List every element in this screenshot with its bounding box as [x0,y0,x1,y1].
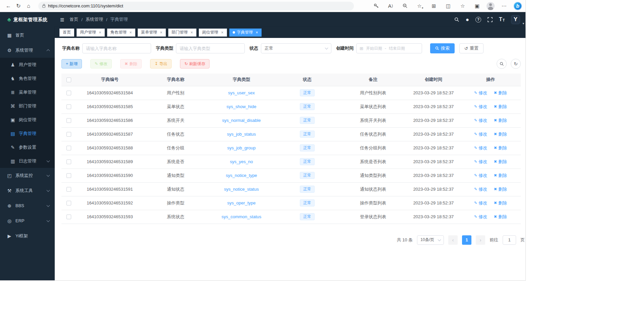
goto-page-input[interactable] [503,235,516,245]
reload-button[interactable]: ↻ [13,1,24,11]
close-icon[interactable]: × [98,30,102,35]
sidebar-item-erp[interactable]: ◎ ERP [0,213,55,228]
row-edit-link[interactable]: ✎修改 [474,145,487,151]
row-edit-link[interactable]: ✎修改 [474,90,487,96]
sidebar-item-system-monitor[interactable]: ◰ 系统监控 [0,168,55,183]
profile-avatar[interactable] [487,2,495,10]
sidebar-item-home[interactable]: ▦ 首页 [0,28,55,43]
dict-type-link[interactable]: sys_common_status [222,214,262,219]
hamburger-icon[interactable]: ≡ [60,16,64,23]
split-screen-icon[interactable]: ◫ [443,1,453,11]
dict-type-link[interactable]: sys_yes_no [230,159,253,164]
row-edit-link[interactable]: ✎修改 [474,104,487,110]
dict-type-link[interactable]: sys_user_sex [228,90,255,95]
row-edit-link[interactable]: ✎修改 [474,131,487,137]
dict-type-link[interactable]: sys_job_status [227,132,256,137]
row-delete-link[interactable]: ✖删除 [494,214,507,220]
copilot-icon[interactable]: b [513,2,522,10]
start-date-placeholder[interactable]: 开始日期 [366,46,382,51]
row-edit-link[interactable]: ✎修改 [474,173,487,179]
sidebar-item-system-tools[interactable]: ⚒ 系统工具 [0,183,55,198]
prev-page-button[interactable]: ‹ [448,235,458,245]
sidebar-item-user-manage[interactable]: ♟ 用户管理 [0,58,55,72]
dict-type-link[interactable]: sys_show_hide [227,104,257,109]
toggle-search-icon[interactable] [497,59,507,69]
tab-user-manage[interactable]: 用户管理× [77,29,105,37]
end-date-placeholder[interactable]: 结束日期 [389,46,405,51]
key-icon[interactable] [371,1,381,11]
favorites-icon[interactable]: ☆ [458,1,468,11]
address-bar[interactable]: https://ccnetcore.com:1101/system/dict [38,2,354,10]
favorite-add-icon[interactable]: ☆+ [414,1,424,11]
close-icon[interactable]: × [128,30,133,35]
row-delete-link[interactable]: ✖删除 [494,131,507,137]
breadcrumb-system[interactable]: 系统管理 [86,16,103,22]
dict-type-link[interactable]: sys_normal_disable [222,118,261,123]
row-checkbox[interactable] [66,104,71,109]
refresh-cache-button[interactable]: ↻刷新缓存 [180,59,210,68]
refresh-table-icon[interactable]: ↻ [511,59,521,69]
row-edit-link[interactable]: ✎修改 [474,159,487,165]
home-button[interactable]: ⌂ [24,1,34,11]
sidebar-item-bbs[interactable]: ⊕ BBS [0,198,55,213]
row-checkbox[interactable] [66,91,71,95]
sidebar-item-param-settings[interactable]: ✎ 参数设置 [0,140,55,154]
delete-button[interactable]: ✖删除 [120,59,142,68]
sidebar-item-post-manage[interactable]: ▣ 岗位管理 [0,113,55,127]
status-select[interactable]: 正常 [261,43,331,53]
add-button[interactable]: +新增 [61,59,82,68]
page-size-select[interactable]: 10条/页 [417,235,444,245]
row-delete-link[interactable]: ✖删除 [494,186,507,192]
row-delete-link[interactable]: ✖删除 [494,159,507,165]
row-checkbox[interactable] [66,146,71,150]
row-checkbox[interactable] [66,173,71,178]
github-icon[interactable]: ● [466,17,469,22]
read-aloud-icon[interactable]: A) [385,1,396,11]
url-text[interactable]: https://ccnetcore.com:1101/system/dict [48,3,123,8]
row-edit-link[interactable]: ✎修改 [474,186,487,192]
sidebar-item-dept-manage[interactable]: ⌘ 部门管理 [0,99,55,113]
row-checkbox[interactable] [66,201,71,205]
row-delete-link[interactable]: ✖删除 [494,104,507,110]
sidebar-item-dict-manage[interactable]: ▤ 字典管理 [0,127,55,140]
back-button[interactable]: ← [3,1,13,11]
tab-home[interactable]: 首页 [59,29,74,37]
dict-type-link[interactable]: sys_notice_status [224,187,259,192]
row-delete-link[interactable]: ✖删除 [494,173,507,179]
sidebar-item-system-manage[interactable]: ⚙ 系统管理 [0,43,55,58]
export-button[interactable]: ↧导出 [150,59,172,68]
dict-type-link[interactable]: sys_job_group [227,145,256,150]
close-icon[interactable]: × [255,30,259,35]
close-icon[interactable]: × [189,30,194,35]
breadcrumb-home[interactable]: 首页 [70,16,78,22]
dict-type-input[interactable] [176,43,245,53]
dict-type-link[interactable]: sys_oper_type [227,200,256,205]
extensions-icon[interactable]: ⊞ [429,1,439,11]
sidebar-item-yi-framework[interactable]: ▶ Yi框架 [0,228,55,243]
current-page[interactable]: 1 [462,235,471,245]
date-range-picker[interactable]: ⊞ 开始日期 - 结束日期 [356,43,422,53]
row-delete-link[interactable]: ✖删除 [494,118,507,124]
next-page-button[interactable]: › [476,235,485,245]
close-icon[interactable]: × [220,30,225,35]
tab-post-manage[interactable]: 岗位管理× [199,29,227,37]
row-checkbox[interactable] [66,118,71,123]
user-avatar[interactable]: Y [511,15,520,24]
row-delete-link[interactable]: ✖删除 [494,90,507,96]
collections-icon[interactable]: ▣ [472,1,482,11]
tab-dept-manage[interactable]: 部门管理× [168,29,196,37]
user-menu[interactable]: Y ▾ [511,15,520,24]
dict-type-link[interactable]: sys_notice_type [226,173,257,178]
close-icon[interactable]: × [159,30,164,35]
edit-button[interactable]: ✎修改 [90,59,112,68]
tab-menu-manage[interactable]: 菜单管理× [138,29,166,37]
font-size-icon[interactable]: TT [499,17,505,22]
more-menu-icon[interactable]: ⋯ [499,1,509,11]
row-checkbox[interactable] [66,187,71,192]
row-edit-link[interactable]: ✎修改 [474,214,487,220]
row-edit-link[interactable]: ✎修改 [474,200,487,206]
sidebar-item-menu-manage[interactable]: ≣ 菜单管理 [0,85,55,99]
row-checkbox[interactable] [66,132,71,137]
fullscreen-icon[interactable] [488,17,493,22]
select-all-checkbox[interactable] [66,78,71,82]
